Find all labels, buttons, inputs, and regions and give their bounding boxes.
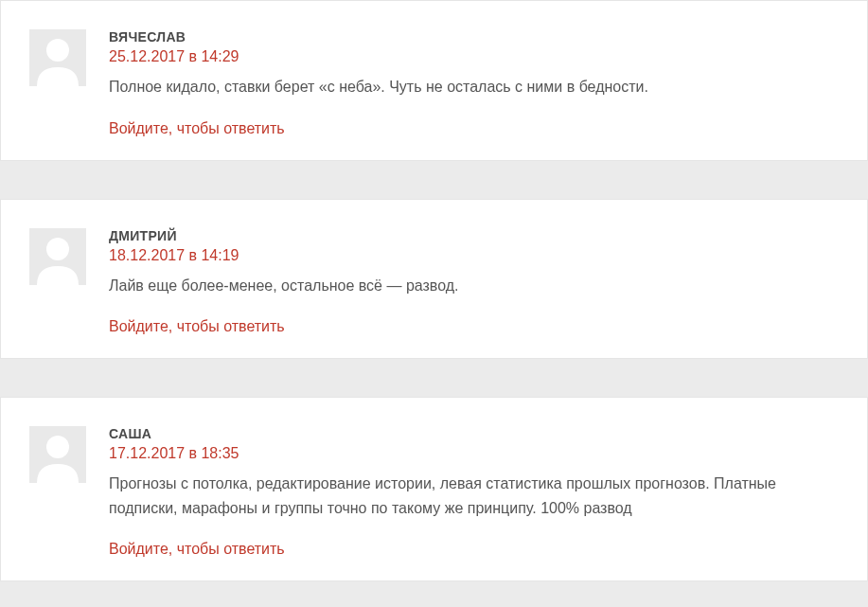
reply-link[interactable]: Войдите, чтобы ответить bbox=[109, 318, 839, 335]
reply-link[interactable]: Войдите, чтобы ответить bbox=[109, 120, 839, 137]
avatar bbox=[29, 228, 86, 285]
comment-text: Лайв еще более-менее, остальное всё — ра… bbox=[109, 274, 839, 298]
avatar bbox=[29, 29, 86, 86]
comment-body: ДМИТРИЙ 18.12.2017 в 14:19 Лайв еще боле… bbox=[109, 228, 839, 336]
comment-card: ВЯЧЕСЛАВ 25.12.2017 в 14:29 Полное кидал… bbox=[0, 0, 868, 161]
comment-date[interactable]: 25.12.2017 в 14:29 bbox=[109, 48, 839, 65]
reply-link[interactable]: Войдите, чтобы ответить bbox=[109, 541, 839, 558]
comment-text: Полное кидало, ставки берет «с неба». Чу… bbox=[109, 75, 839, 99]
avatar-icon bbox=[29, 228, 86, 285]
svg-point-3 bbox=[46, 238, 69, 260]
comment-card: ДМИТРИЙ 18.12.2017 в 14:19 Лайв еще боле… bbox=[0, 199, 868, 360]
comment-author: САША bbox=[109, 426, 839, 441]
avatar-icon bbox=[29, 426, 86, 483]
comment-date[interactable]: 18.12.2017 в 14:19 bbox=[109, 247, 839, 264]
comment-text: Прогнозы с потолка, редактирование истор… bbox=[109, 472, 839, 520]
avatar bbox=[29, 426, 86, 483]
comment-author: ДМИТРИЙ bbox=[109, 228, 839, 243]
svg-point-5 bbox=[46, 436, 69, 458]
comment-date[interactable]: 17.12.2017 в 18:35 bbox=[109, 445, 839, 462]
svg-point-1 bbox=[46, 39, 69, 62]
comment-card: САША 17.12.2017 в 18:35 Прогнозы с потол… bbox=[0, 397, 868, 581]
avatar-icon bbox=[29, 29, 86, 86]
comment-author: ВЯЧЕСЛАВ bbox=[109, 29, 839, 45]
comment-body: ВЯЧЕСЛАВ 25.12.2017 в 14:29 Полное кидал… bbox=[109, 29, 839, 137]
comment-body: САША 17.12.2017 в 18:35 Прогнозы с потол… bbox=[109, 426, 839, 558]
